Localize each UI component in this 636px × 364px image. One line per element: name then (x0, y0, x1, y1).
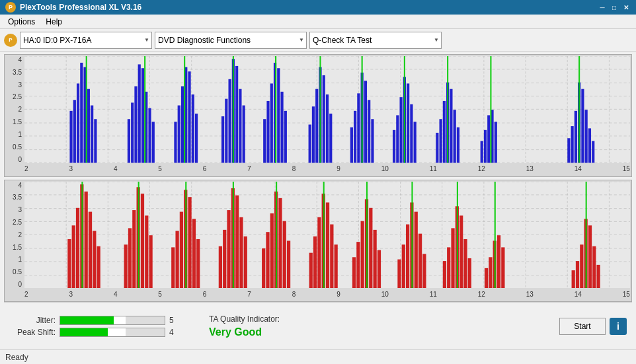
svg-rect-164 (235, 195, 239, 288)
svg-rect-198 (422, 254, 426, 288)
svg-rect-28 (87, 89, 90, 163)
svg-rect-57 (263, 119, 266, 163)
svg-rect-216 (580, 244, 583, 288)
svg-rect-193 (402, 244, 405, 288)
svg-rect-214 (572, 270, 575, 288)
peakshift-row: Peak Shift: 4 (9, 328, 182, 337)
ta-quality-panel: TA Quality Indicator: Very Good (209, 314, 280, 338)
bottom-chart-area (24, 182, 630, 289)
device-select[interactable]: HA:0 ID:0 PX-716A (20, 32, 152, 49)
svg-rect-34 (134, 87, 137, 163)
svg-rect-150 (149, 235, 152, 288)
svg-rect-88 (404, 56, 405, 163)
svg-rect-62 (280, 92, 283, 163)
svg-rect-79 (371, 119, 374, 163)
svg-rect-211 (497, 235, 500, 288)
minimize-button[interactable]: ─ (598, 3, 607, 12)
maximize-button[interactable]: □ (610, 3, 619, 12)
svg-rect-53 (235, 66, 238, 163)
svg-rect-47 (195, 114, 198, 163)
close-button[interactable]: ✕ (621, 3, 631, 12)
device-icon: P (4, 34, 17, 47)
toolbar: P HA:0 ID:0 PX-716A DVD Diagnostic Funct… (0, 29, 636, 52)
svg-rect-175 (276, 182, 277, 289)
svg-rect-40 (144, 56, 145, 163)
svg-rect-63 (284, 111, 287, 163)
svg-rect-39 (152, 122, 155, 163)
svg-rect-168 (262, 248, 265, 288)
svg-rect-144 (124, 244, 128, 288)
svg-rect-55 (243, 106, 245, 163)
peakshift-meter (60, 328, 165, 337)
svg-rect-67 (315, 89, 318, 163)
svg-rect-105 (575, 111, 577, 163)
svg-rect-108 (585, 110, 588, 163)
svg-rect-23 (69, 111, 72, 163)
svg-rect-208 (485, 268, 488, 288)
svg-rect-89 (436, 133, 438, 163)
svg-rect-58 (266, 101, 269, 163)
jitter-meter (60, 316, 165, 325)
svg-rect-159 (185, 182, 186, 289)
svg-rect-32 (128, 119, 130, 163)
svg-rect-199 (411, 182, 413, 289)
svg-rect-137 (76, 207, 79, 288)
menu-help[interactable]: Help (40, 16, 67, 28)
top-chart-y-axis: 4 3.5 3 2.5 2 1.5 1 0.5 0 (5, 56, 24, 163)
svg-rect-176 (309, 252, 313, 288)
test-select[interactable]: Q-Check TA Test (309, 32, 442, 49)
svg-rect-149 (145, 215, 148, 288)
svg-rect-72 (319, 56, 321, 163)
ta-quality-label: TA Quality Indicator: (209, 314, 280, 324)
svg-rect-189 (373, 229, 376, 288)
svg-rect-157 (192, 219, 196, 288)
svg-rect-136 (72, 225, 75, 288)
test-select-wrapper: Q-Check TA Test (309, 32, 442, 49)
svg-rect-73 (350, 127, 353, 163)
svg-rect-209 (489, 257, 492, 288)
bottom-chart-svg (24, 182, 630, 289)
info-button[interactable]: i (610, 318, 627, 335)
svg-rect-191 (366, 182, 368, 289)
function-select[interactable]: DVD Diagnostic Functions (155, 32, 307, 49)
svg-rect-186 (361, 221, 364, 288)
svg-rect-174 (287, 240, 290, 288)
svg-rect-213 (495, 182, 496, 289)
svg-rect-173 (283, 221, 286, 288)
svg-rect-194 (406, 224, 409, 288)
top-chart-area (24, 56, 630, 163)
svg-rect-212 (501, 247, 504, 288)
svg-rect-167 (233, 182, 234, 289)
peakshift-value: 4 (169, 328, 182, 337)
bottom-chart-x-axis: 2 3 4 5 6 7 8 9 10 11 12 13 14 15 (24, 288, 630, 301)
svg-rect-148 (141, 194, 144, 288)
charts-area: 4 3.5 3 2.5 2 1.5 1 0.5 0 (4, 54, 632, 302)
svg-rect-87 (414, 122, 417, 163)
function-select-wrapper: DVD Diagnostic Functions (155, 32, 307, 49)
svg-rect-197 (418, 233, 422, 288)
svg-rect-35 (138, 64, 141, 163)
bottom-chart-y-axis: 4 3.5 3 2.5 2 1.5 1 0.5 0 (5, 182, 24, 289)
top-chart: 4 3.5 3 2.5 2 1.5 1 0.5 0 (4, 54, 632, 177)
window-controls[interactable]: ─ □ ✕ (598, 3, 631, 12)
svg-rect-38 (148, 108, 151, 163)
menu-options[interactable]: Options (3, 16, 40, 28)
svg-rect-64 (275, 56, 276, 163)
top-chart-x-axis: 2 3 4 5 6 7 8 9 10 11 12 13 14 15 (24, 163, 630, 176)
svg-rect-71 (329, 114, 332, 163)
svg-rect-218 (588, 225, 592, 288)
svg-rect-91 (443, 101, 446, 163)
start-button[interactable]: Start (559, 318, 606, 335)
svg-rect-42 (178, 106, 180, 163)
svg-rect-181 (330, 224, 333, 288)
svg-rect-48 (184, 56, 185, 163)
svg-rect-30 (94, 119, 97, 163)
svg-rect-151 (138, 182, 139, 289)
svg-rect-142 (97, 246, 100, 288)
svg-rect-169 (266, 232, 269, 288)
svg-rect-90 (440, 119, 442, 163)
svg-rect-66 (312, 106, 315, 163)
svg-rect-49 (221, 116, 224, 163)
svg-rect-166 (244, 236, 247, 288)
svg-rect-143 (81, 182, 83, 289)
